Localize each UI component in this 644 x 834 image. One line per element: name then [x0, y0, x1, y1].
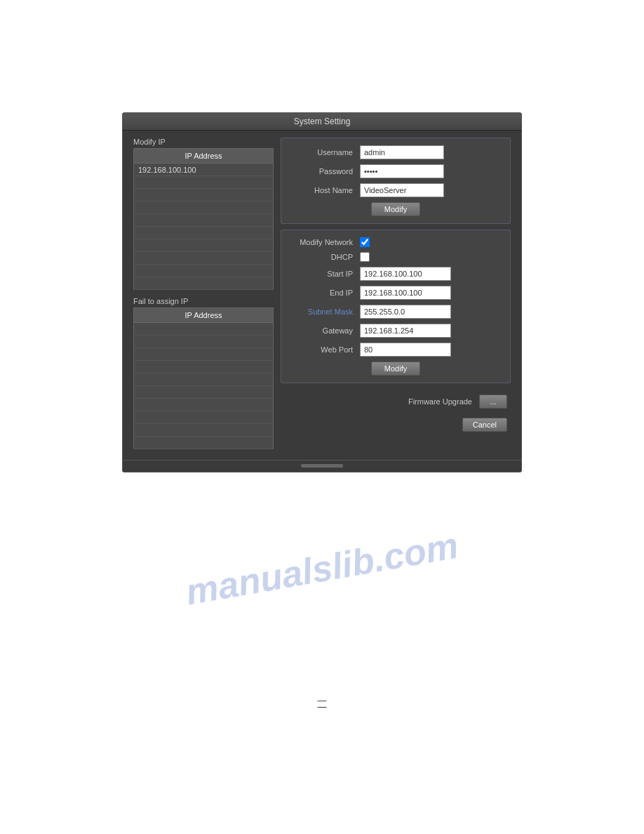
table-row — [134, 227, 274, 239]
gateway-row: Gateway — [290, 324, 502, 338]
watermark: manualslib.com — [182, 524, 461, 613]
left-panel: Modify IP IP Address 192.168.100.100 — [133, 138, 274, 449]
username-label: Username — [290, 148, 353, 157]
modify-network-btn-row: Modify — [290, 362, 502, 376]
dialog-title: System Setting — [294, 117, 351, 126]
subnet-mask-label: Subnet Mask — [290, 307, 353, 316]
web-port-input[interactable] — [360, 343, 451, 357]
modify-host-button[interactable]: Modify — [371, 202, 420, 216]
table-row — [134, 239, 274, 252]
modify-network-row: Modify Network — [290, 237, 502, 247]
gateway-label: Gateway — [290, 326, 353, 335]
table-row — [134, 411, 274, 424]
cancel-btn-row: Cancel — [281, 418, 511, 432]
hostname-input[interactable] — [360, 183, 444, 197]
end-ip-row: End IP — [290, 286, 502, 300]
browse-button[interactable]: ... — [479, 395, 507, 409]
gateway-input[interactable] — [360, 324, 451, 338]
start-ip-row: Start IP — [290, 267, 502, 281]
ip-address-table: IP Address 192.168.100.100 — [133, 148, 274, 290]
ip-entry: 192.168.100.100 — [134, 164, 274, 176]
page-number: — — [318, 695, 327, 708]
table-row — [134, 277, 274, 290]
right-panel: Username Password Host Name — [281, 138, 511, 449]
modify-network-checkbox[interactable] — [360, 237, 370, 247]
subnet-mask-row: Subnet Mask — [290, 305, 502, 319]
ip-table-header: IP Address — [134, 149, 274, 164]
dhcp-checkbox[interactable] — [360, 252, 370, 262]
cancel-button[interactable]: Cancel — [462, 418, 507, 432]
footer-bar — [301, 464, 343, 468]
modify-network-label: Modify Network — [290, 238, 353, 246]
dhcp-label: DHCP — [290, 253, 353, 261]
fail-assign-ip-section: Fail to assign IP IP Address — [133, 297, 274, 449]
start-ip-input[interactable] — [360, 267, 451, 281]
dialog-titlebar: System Setting — [123, 113, 521, 131]
modify-ip-label: Modify IP — [133, 138, 274, 146]
dialog-footer — [123, 460, 521, 472]
password-row: Password — [290, 164, 502, 178]
firmware-label: Firmware Upgrade — [408, 397, 472, 406]
table-row — [134, 176, 274, 189]
table-row — [134, 214, 274, 227]
table-row — [134, 336, 274, 348]
dialog-content: Modify IP IP Address 192.168.100.100 — [123, 131, 521, 460]
table-row — [134, 323, 274, 336]
modify-network-button[interactable]: Modify — [371, 362, 420, 376]
bottom-row: Firmware Upgrade ... — [281, 395, 511, 409]
modify-ip-section: Modify IP IP Address 192.168.100.100 — [133, 138, 274, 290]
table-row — [134, 399, 274, 411]
subnet-mask-input[interactable] — [360, 305, 451, 319]
password-label: Password — [290, 167, 353, 176]
table-row — [134, 424, 274, 437]
dhcp-row: DHCP — [290, 252, 502, 262]
end-ip-label: End IP — [290, 289, 353, 297]
credentials-section: Username Password Host Name — [281, 138, 511, 224]
fail-ip-table-header: IP Address — [134, 308, 274, 323]
system-setting-dialog: System Setting Modify IP IP Address — [122, 112, 522, 472]
web-port-row: Web Port — [290, 343, 502, 357]
table-row — [134, 265, 274, 277]
modify-host-btn-row: Modify — [290, 202, 502, 216]
table-row[interactable]: 192.168.100.100 — [134, 164, 274, 176]
table-row — [134, 361, 274, 373]
start-ip-label: Start IP — [290, 270, 353, 278]
web-port-label: Web Port — [290, 345, 353, 354]
table-row — [134, 386, 274, 399]
end-ip-input[interactable] — [360, 286, 451, 300]
table-row — [134, 348, 274, 361]
hostname-row: Host Name — [290, 183, 502, 197]
fail-ip-table: IP Address — [133, 307, 274, 449]
password-input[interactable] — [360, 164, 444, 178]
table-row — [134, 437, 274, 449]
table-row — [134, 373, 274, 386]
table-row — [134, 189, 274, 201]
table-row — [134, 201, 274, 214]
fail-assign-label: Fail to assign IP — [133, 297, 274, 305]
hostname-label: Host Name — [290, 186, 353, 194]
table-row — [134, 252, 274, 265]
network-section: Modify Network DHCP Start IP — [281, 230, 511, 383]
username-input[interactable] — [360, 145, 444, 159]
username-row: Username — [290, 145, 502, 159]
